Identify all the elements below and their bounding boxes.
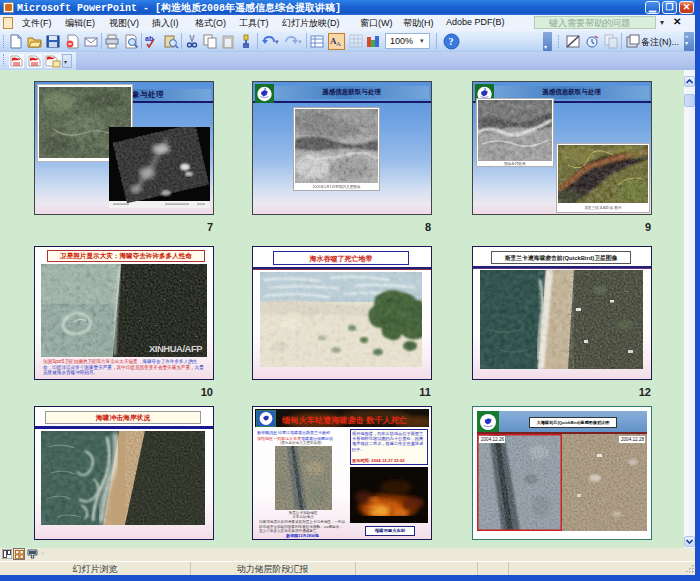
svg-text:2004.12.26: 2004.12.26 [481,437,504,442]
svg-text:2004.12.28: 2004.12.28 [621,437,644,442]
svg-text:XINHUA/AFP: XINHUA/AFP [149,343,203,354]
svg-text:缅甸火车站遭海啸袭击 数千人死亡: 缅甸火车站遭海啸袭击 数千人死亡 [281,415,407,425]
svg-text:A: A [336,40,341,48]
svg-text:?: ? [449,36,454,47]
